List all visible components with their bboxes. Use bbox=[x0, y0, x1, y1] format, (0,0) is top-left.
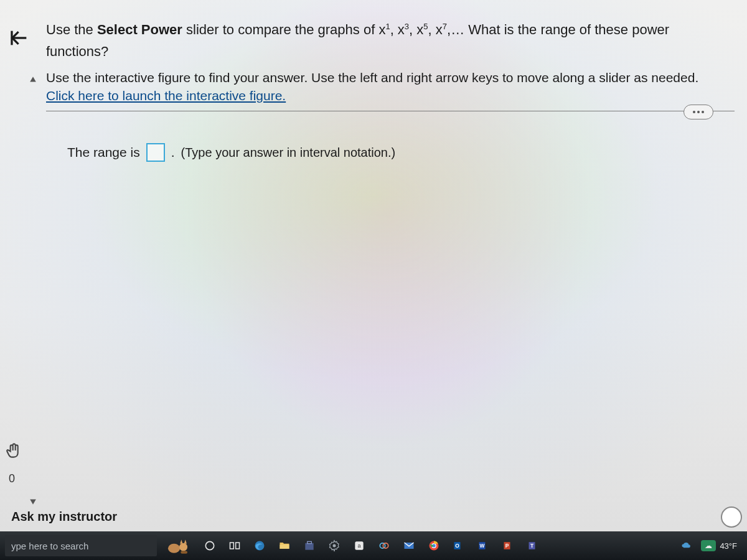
taskbar: ype here to search bbox=[0, 531, 747, 560]
cortana-cat-icon[interactable] bbox=[161, 534, 195, 558]
svg-rect-14 bbox=[305, 543, 313, 550]
taskbar-search[interactable]: ype here to search bbox=[5, 535, 157, 556]
svg-marker-3 bbox=[30, 499, 36, 504]
svg-point-4 bbox=[168, 544, 180, 553]
zero-label: 0 bbox=[9, 472, 15, 485]
svg-point-9 bbox=[205, 541, 214, 549]
divider bbox=[46, 111, 735, 111]
powerpoint-icon[interactable]: P bbox=[498, 535, 519, 556]
settings-icon[interactable] bbox=[324, 535, 345, 556]
svg-rect-11 bbox=[236, 543, 240, 549]
help-circle-button[interactable] bbox=[721, 506, 742, 528]
task-view-icon[interactable] bbox=[224, 535, 245, 556]
edge-icon[interactable] bbox=[249, 535, 270, 556]
svg-rect-15 bbox=[308, 541, 312, 543]
cortana-circle-icon[interactable] bbox=[199, 535, 220, 556]
svg-text:O: O bbox=[455, 543, 459, 549]
word-icon[interactable]: W bbox=[473, 535, 494, 556]
app-icon-loop[interactable] bbox=[374, 535, 395, 556]
ask-instructor-button[interactable]: Ask my instructor bbox=[11, 510, 117, 524]
svg-text:P: P bbox=[505, 543, 509, 549]
svg-point-16 bbox=[333, 544, 336, 548]
file-explorer-icon[interactable] bbox=[274, 535, 295, 556]
launch-figure-link[interactable]: Click here to launch the interactive fig… bbox=[46, 88, 286, 103]
svg-rect-13 bbox=[280, 544, 289, 549]
more-options-button[interactable] bbox=[684, 105, 713, 119]
store-icon[interactable] bbox=[299, 535, 320, 556]
answer-label: The range is bbox=[67, 145, 140, 160]
svg-rect-8 bbox=[181, 551, 187, 554]
svg-point-5 bbox=[179, 543, 187, 551]
svg-text:T: T bbox=[530, 543, 533, 549]
back-button[interactable] bbox=[5, 24, 34, 52]
teams-icon[interactable]: T bbox=[523, 535, 544, 556]
scroll-down-icon[interactable] bbox=[29, 497, 37, 504]
scroll-up-icon[interactable] bbox=[29, 75, 37, 82]
scrollbar[interactable] bbox=[27, 75, 39, 504]
question-text: Use the Select Power slider to compare t… bbox=[46, 19, 735, 62]
app-icon-a[interactable]: a bbox=[349, 535, 370, 556]
chrome-icon[interactable] bbox=[423, 535, 444, 556]
hand-icon bbox=[4, 441, 24, 460]
svg-marker-6 bbox=[180, 539, 182, 543]
weather-widget[interactable]: ☁ 43°F bbox=[701, 540, 737, 551]
svg-marker-7 bbox=[184, 539, 187, 543]
svg-rect-10 bbox=[230, 543, 234, 549]
svg-marker-2 bbox=[30, 77, 36, 82]
answer-hint: (Type your answer in interval notation.) bbox=[181, 146, 396, 160]
mail-icon[interactable] bbox=[398, 535, 420, 556]
instruction-text: Use the interactive figure to find your … bbox=[46, 68, 735, 86]
svg-text:W: W bbox=[480, 543, 485, 549]
answer-input[interactable] bbox=[146, 143, 165, 162]
onedrive-icon[interactable] bbox=[676, 535, 697, 556]
outlook-icon[interactable]: O bbox=[448, 535, 469, 556]
